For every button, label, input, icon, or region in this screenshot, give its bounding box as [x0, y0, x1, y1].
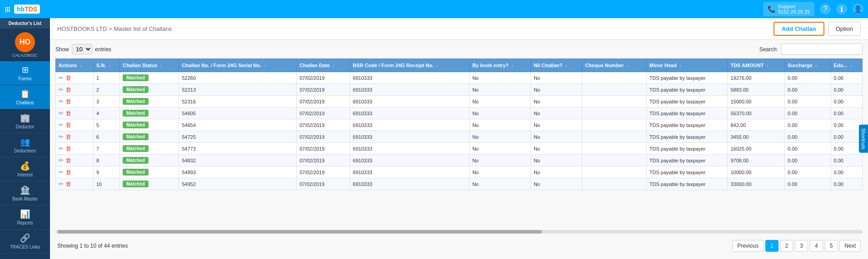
table-wrapper[interactable]: Actions ↕ S.N. ↕ Challan Status ↕ Challa… [55, 59, 863, 229]
cell-nil-challan: No [531, 143, 582, 155]
logo-hb: hb [17, 5, 25, 13]
cell-bsr-code: 6910333 [350, 84, 469, 96]
cell-nil-challan: No [531, 155, 582, 166]
cell-sn: 9 [94, 166, 120, 178]
breadcrumb-page: Master list of Challans [114, 25, 172, 32]
delete-icon[interactable]: 🗑 [65, 133, 71, 140]
cell-bsr-code: 6910333 [350, 143, 469, 155]
page-5-button[interactable]: 5 [825, 240, 838, 252]
table-row: ✏ 🗑 10 Matched 54952 07/02/2019 6910333 … [56, 178, 863, 190]
edit-icon[interactable]: ✏ [59, 98, 64, 105]
info-icon[interactable]: ℹ [836, 4, 847, 15]
table-row: ✏ 🗑 8 Matched 54832 07/02/2019 6910333 N… [56, 155, 863, 166]
col-challan-status[interactable]: Challan Status ↕ [120, 59, 179, 72]
cell-sn: 5 [94, 119, 120, 131]
page-2-button[interactable]: 2 [780, 240, 794, 252]
col-bsr-code[interactable]: BSR Code / Form 24G Receipt No. ↕ [350, 59, 469, 72]
grid-icon[interactable]: ⊞ [5, 5, 10, 14]
next-button[interactable]: Next [839, 240, 861, 252]
sidebar-item-forms[interactable]: ⊞ Forms [0, 61, 50, 85]
add-challan-button[interactable]: Add Challan [774, 22, 824, 36]
sidebar-label-traces-links: TRACES Links [10, 244, 40, 249]
help-icon[interactable]: ? [820, 4, 831, 15]
edit-icon[interactable]: ✏ [59, 145, 64, 152]
table-row: ✏ 🗑 2 Matched 52213 07/02/2019 6910333 N… [56, 84, 863, 96]
cell-sn: 6 [94, 131, 120, 143]
cell-challan-date: 07/02/2019 [297, 155, 350, 166]
page-3-button[interactable]: 3 [795, 240, 808, 252]
content-area: HOSTBOOKS LTD > Master list of Challans … [50, 18, 868, 259]
cell-by-book-entry: No [469, 131, 531, 143]
delete-icon[interactable]: 🗑 [65, 122, 71, 128]
cell-bsr-code: 6910333 [350, 119, 469, 131]
col-minor-head[interactable]: Minor Head ↕ [646, 59, 728, 72]
delete-icon[interactable]: 🗑 [65, 157, 71, 164]
cell-bsr-code: 6910333 [350, 131, 469, 143]
cell-cheque-number [582, 84, 646, 96]
cell-by-book-entry: No [469, 166, 531, 178]
cell-by-book-entry: No [469, 84, 531, 96]
delete-icon[interactable]: 🗑 [65, 74, 71, 81]
table-row: ✏ 🗑 3 Matched 52316 07/02/2019 6910333 N… [56, 96, 863, 108]
cell-sn: 8 [94, 155, 120, 166]
delete-icon[interactable]: 🗑 [65, 110, 71, 117]
col-tds-amount[interactable]: TDS AMOUNT ↕ [728, 59, 785, 72]
cell-minor-head: TDS payable by taxpayer [646, 178, 728, 190]
edit-icon[interactable]: ✏ [59, 133, 64, 140]
cell-edu: 0.00 [831, 119, 862, 131]
cell-tds-amount: 33000.00 [728, 178, 785, 190]
edit-icon[interactable]: ✏ [59, 74, 64, 81]
cell-actions: ✏ 🗑 [56, 119, 94, 131]
delete-icon[interactable]: 🗑 [65, 181, 71, 187]
delete-icon[interactable]: 🗑 [65, 169, 71, 176]
delete-icon[interactable]: 🗑 [65, 98, 71, 105]
cell-nil-challan: No [531, 84, 582, 96]
search-input[interactable] [781, 44, 863, 55]
delete-icon[interactable]: 🗑 [65, 86, 71, 93]
previous-button[interactable]: Previous [732, 240, 764, 252]
sidebar-item-deductor[interactable]: 🏢 Deductor [0, 109, 50, 133]
shortcuts-tab[interactable]: Shortcuts [859, 124, 868, 152]
cell-by-book-entry: No [469, 119, 531, 131]
sidebar-item-bank-master[interactable]: 🏦 Bank Master [0, 181, 50, 205]
cell-status: Matched [120, 166, 179, 178]
col-challan-date[interactable]: Challan Date ↕ [297, 59, 350, 72]
col-cheque-number[interactable]: Cheque Number ↕ [582, 59, 646, 72]
sidebar-item-challans[interactable]: 📋 Challans [0, 85, 50, 109]
col-sn[interactable]: S.N. ↕ [94, 59, 120, 72]
col-nil-challan[interactable]: Nil Challan? ↕ [531, 59, 582, 72]
cell-minor-head: TDS payable by taxpayer [646, 155, 728, 166]
table-row: ✏ 🗑 7 Matched 54773 07/02/2019 6910333 N… [56, 143, 863, 155]
col-actions[interactable]: Actions ↕ [56, 59, 94, 72]
edit-icon[interactable]: ✏ [59, 181, 64, 187]
edit-icon[interactable]: ✏ [59, 157, 64, 164]
cell-cheque-number [582, 131, 646, 143]
delete-icon[interactable]: 🗑 [65, 145, 71, 152]
page-1-button[interactable]: 1 [765, 240, 779, 252]
cell-cheque-number [582, 96, 646, 108]
main-layout: Deductor's List HO CALA23802C ⊞ Forms 📋 … [0, 18, 868, 259]
col-by-book-entry[interactable]: By book entry? ↕ [469, 59, 531, 72]
edit-icon[interactable]: ✏ [59, 169, 64, 176]
scroll-hint[interactable] [55, 230, 863, 234]
col-edu[interactable]: Edu... ↕ [831, 59, 862, 72]
edit-icon[interactable]: ✏ [59, 86, 64, 93]
page-4-button[interactable]: 4 [810, 240, 823, 252]
cell-by-book-entry: No [469, 143, 531, 155]
sidebar-item-reports[interactable]: 📊 Reports [0, 205, 50, 230]
sidebar-item-traces-links[interactable]: 🔗 TRACES Links [0, 230, 50, 254]
edit-icon[interactable]: ✏ [59, 110, 64, 117]
sidebar-item-interest[interactable]: 💰 Interest [0, 157, 50, 181]
cell-actions: ✏ 🗑 [56, 131, 94, 143]
col-challan-no[interactable]: Challan No. / Form 24G Serial No. ↕ [179, 59, 297, 72]
option-button[interactable]: Option [828, 22, 861, 36]
cell-status: Matched [120, 178, 179, 190]
show-entries-select[interactable]: 10 25 50 [72, 44, 92, 54]
user-icon[interactable]: 👤 [853, 4, 863, 15]
col-surcharge[interactable]: Surcharge ↕ [785, 59, 831, 72]
cell-by-book-entry: No [469, 155, 531, 166]
cell-challan-date: 07/02/2019 [297, 84, 350, 96]
sidebar-item-deductees[interactable]: 👥 Deductees [0, 133, 50, 157]
edit-icon[interactable]: ✏ [59, 122, 64, 128]
cell-actions: ✏ 🗑 [56, 84, 94, 96]
